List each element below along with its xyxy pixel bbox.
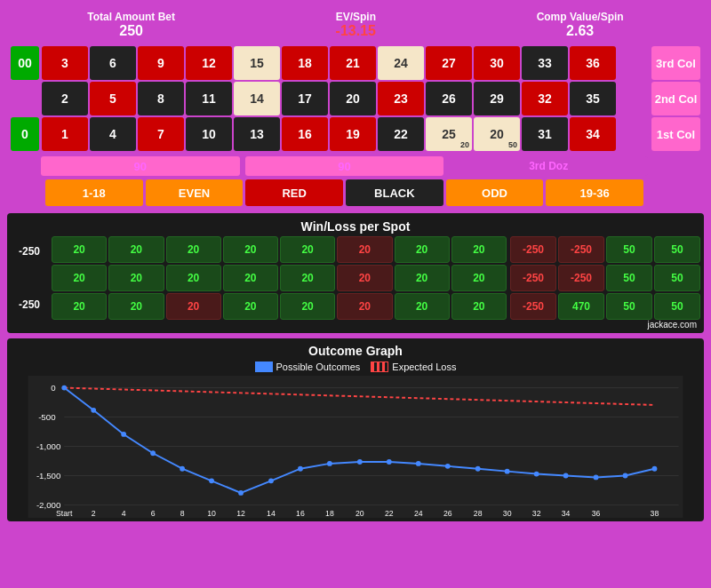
winloss-title: Win/Loss per Spot <box>11 217 700 236</box>
num-15[interactable]: 15 <box>234 46 280 80</box>
comp-block: Comp Value/Spin 2.63 <box>537 11 624 39</box>
svg-text:14: 14 <box>267 509 276 518</box>
num-7[interactable]: 7 <box>138 117 184 151</box>
svg-text:2: 2 <box>92 509 96 518</box>
num-16[interactable]: 16 <box>282 117 328 151</box>
dozen-1st[interactable]: 90 <box>41 156 240 176</box>
num-22[interactable]: 22 <box>378 117 424 151</box>
legend-possible: Possible Outcomes <box>255 362 361 372</box>
graph-legend: Possible Outcomes Expected Loss <box>11 360 700 376</box>
bet-red[interactable]: RED <box>245 179 343 206</box>
wl-r1c1: 20 <box>52 236 107 263</box>
num-10[interactable]: 10 <box>186 117 232 151</box>
num-20[interactable]: 20 <box>330 82 376 115</box>
num-3[interactable]: 3 <box>42 46 88 80</box>
y-label-1500: -1,500 <box>36 471 61 481</box>
svg-text:18: 18 <box>325 509 334 518</box>
grid-row-2: 2 5 8 11 14 17 20 23 26 29 32 35 <box>42 82 649 115</box>
wl-right-r2: -250 -250 50 50 <box>510 265 700 291</box>
wl-r2c4: 20 <box>223 265 278 291</box>
col-3rd-label[interactable]: 3rd Col <box>651 46 700 80</box>
number-grid: 3 6 9 12 15 18 21 24 27 30 33 36 2 5 8 1… <box>42 46 649 151</box>
num-35[interactable]: 35 <box>570 82 616 115</box>
wl-right-r1c2: -250 <box>558 236 604 263</box>
num-32[interactable]: 32 <box>522 82 568 115</box>
ev-label: EV/Spin <box>336 11 376 23</box>
num-14[interactable]: 14 <box>234 82 280 115</box>
double-zero[interactable]: 00 <box>11 46 39 80</box>
num-2[interactable]: 2 <box>42 82 88 115</box>
num-8[interactable]: 8 <box>138 82 184 115</box>
comp-label: Comp Value/Spin <box>537 11 624 23</box>
col-1st-label[interactable]: 1st Col <box>651 117 700 151</box>
wl-r3c3: 20 <box>166 293 221 320</box>
wl-right-values: -250 -250 50 50 -250 -250 50 50 -250 470… <box>510 236 700 320</box>
graph-section: Outcome Graph Possible Outcomes Expected… <box>7 338 704 521</box>
num-18[interactable]: 18 <box>282 46 328 80</box>
num-28[interactable]: 2050 <box>474 117 520 151</box>
dozens-row: 90 90 3rd Doz <box>11 156 700 176</box>
num-23[interactable]: 23 <box>378 82 424 115</box>
num-6[interactable]: 6 <box>90 46 136 80</box>
num-4[interactable]: 4 <box>90 117 136 151</box>
wl-r3c6: 20 <box>337 293 392 320</box>
num-31[interactable]: 31 <box>522 117 568 151</box>
wl-row-1: 20 20 20 20 20 20 20 20 <box>52 236 507 263</box>
num-34[interactable]: 34 <box>570 117 616 151</box>
num-21[interactable]: 21 <box>330 46 376 80</box>
outside-right-spacer <box>646 179 697 206</box>
dot-30 <box>505 469 510 474</box>
num-24[interactable]: 24 <box>378 46 424 80</box>
wl-r3c2: 20 <box>108 293 164 320</box>
num-11[interactable]: 11 <box>186 82 232 115</box>
num-12[interactable]: 12 <box>186 46 232 80</box>
wl-row-2: 20 20 20 20 20 20 20 20 <box>52 265 507 291</box>
graph-title: Outcome Graph <box>11 342 700 360</box>
bet-even[interactable]: EVEN <box>146 179 244 206</box>
bet-black[interactable]: BLACK <box>346 179 443 206</box>
num-1[interactable]: 1 <box>42 117 88 151</box>
num-33[interactable]: 33 <box>522 46 568 80</box>
dot-10 <box>209 478 214 483</box>
dozen-3rd[interactable]: 3rd Doz <box>449 156 648 176</box>
col-labels: 3rd Col 2nd Col 1st Col <box>651 46 700 151</box>
num-27[interactable]: 27 <box>426 46 472 80</box>
num-5[interactable]: 5 <box>90 82 136 115</box>
total-bet-block: Total Amount Bet 250 <box>87 11 175 39</box>
bet-19-36[interactable]: 19-36 <box>546 179 643 206</box>
wl-r2c1: 20 <box>52 265 107 291</box>
num-25[interactable]: 2520 <box>426 117 472 151</box>
num-29[interactable]: 29 <box>474 82 520 115</box>
num-9[interactable]: 9 <box>138 46 184 80</box>
dozens-wrapper: 90 90 3rd Doz 1-18 EVEN RED BLACK ODD 19… <box>7 156 704 208</box>
num-19[interactable]: 19 <box>330 117 376 151</box>
svg-text:26: 26 <box>443 509 452 518</box>
outside-spacer <box>14 179 43 206</box>
bet-1-18[interactable]: 1-18 <box>45 179 143 206</box>
dot-22 <box>387 459 392 465</box>
bet-odd[interactable]: ODD <box>446 179 544 206</box>
dot-4 <box>121 432 126 437</box>
col-2nd-label[interactable]: 2nd Col <box>651 82 700 115</box>
doz-gap2 <box>445 156 447 176</box>
single-zero[interactable]: 0 <box>11 117 39 151</box>
num-17[interactable]: 17 <box>282 82 328 115</box>
dot-6 <box>150 450 156 456</box>
graph-area: 0 -500 -1,000 -1,500 -2,000 <box>14 376 697 518</box>
num-26[interactable]: 26 <box>426 82 472 115</box>
dozen-2nd[interactable]: 90 <box>245 156 444 176</box>
wl-r1c5: 20 <box>280 236 335 263</box>
wl-right-r1: -250 -250 50 50 <box>510 236 700 263</box>
dot-14 <box>268 478 274 483</box>
legend-blue-box <box>255 362 273 372</box>
wl-r1c2: 20 <box>108 236 164 263</box>
wl-label-3: -250 <box>11 298 48 311</box>
num-13[interactable]: 13 <box>234 117 280 151</box>
outside-bets-row: 1-18 EVEN RED BLACK ODD 19-36 <box>11 178 700 208</box>
wl-right-r1c1: -250 <box>510 236 556 263</box>
svg-text:34: 34 <box>562 509 571 518</box>
main-container: Total Amount Bet 250 EV/Spin -13.15 Comp… <box>0 0 711 528</box>
num-36[interactable]: 36 <box>570 46 616 80</box>
num-30[interactable]: 30 <box>474 46 520 80</box>
jackace-label: jackace.com <box>11 320 700 330</box>
